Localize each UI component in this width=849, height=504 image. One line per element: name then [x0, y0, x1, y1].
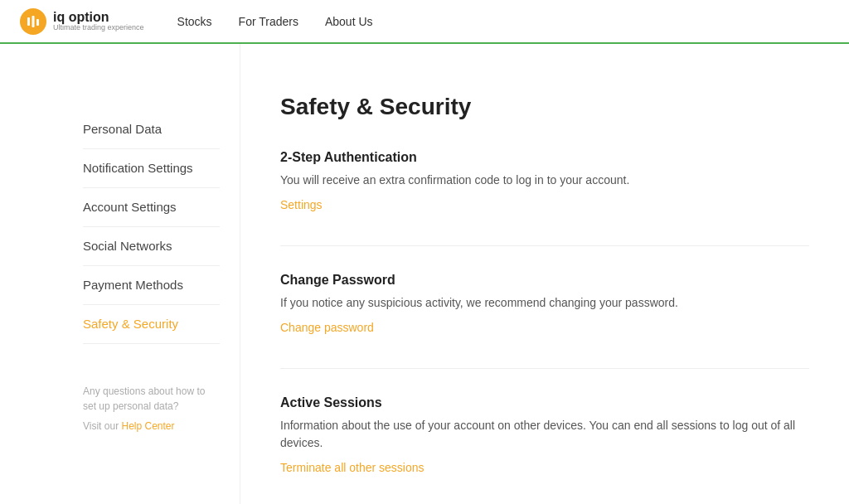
sidebar-item-social-networks[interactable]: Social Networks [83, 227, 220, 266]
change-password-title: Change Password [280, 273, 809, 288]
sidebar-link-payment-methods[interactable]: Payment Methods [83, 278, 183, 292]
active-sessions-description: Information about the use of your accoun… [280, 417, 809, 452]
logo-area: iq option Ultimate trading experience [20, 8, 144, 35]
sidebar-help-text: Any questions about how to set up person… [83, 384, 220, 414]
svg-rect-0 [27, 17, 30, 26]
two-step-description: You will receive an extra confirmation c… [280, 172, 809, 189]
nav-item-traders[interactable]: For Traders [239, 14, 298, 29]
sidebar-link-notification-settings[interactable]: Notification Settings [83, 161, 193, 175]
sidebar-item-safety-security[interactable]: Safety & Security [83, 305, 220, 344]
sidebar-link-personal-data[interactable]: Personal Data [83, 122, 162, 136]
svg-rect-1 [32, 16, 35, 27]
sidebar-link-account-settings[interactable]: Account Settings [83, 200, 177, 214]
terminate-sessions-link[interactable]: Terminate all other sessions [280, 461, 424, 474]
visit-prefix: Visit our [83, 420, 121, 432]
sidebar-link-safety-security[interactable]: Safety & Security [83, 317, 178, 331]
sidebar-help: Any questions about how to set up person… [83, 384, 220, 432]
nav-item-about[interactable]: About Us [325, 14, 373, 29]
logo-text: iq option Ultimate trading experience [53, 10, 144, 32]
nav-link-stocks[interactable]: Stocks [177, 15, 212, 28]
navbar: iq option Ultimate trading experience St… [0, 0, 849, 44]
sidebar: Personal Data Notification Settings Acco… [0, 44, 240, 504]
section-change-password: Change Password If you notice any suspic… [280, 273, 809, 335]
sidebar-item-account-settings[interactable]: Account Settings [83, 188, 220, 227]
sidebar-menu: Personal Data Notification Settings Acco… [83, 110, 220, 344]
sidebar-item-personal-data[interactable]: Personal Data [83, 110, 220, 149]
two-step-settings-link[interactable]: Settings [280, 198, 323, 211]
brand-tagline: Ultimate trading experience [53, 24, 144, 32]
section-two-step: 2-Step Authentication You will receive a… [280, 150, 809, 212]
active-sessions-title: Active Sessions [280, 395, 809, 410]
sidebar-link-social-networks[interactable]: Social Networks [83, 239, 172, 253]
help-center-link[interactable]: Help Center [121, 420, 174, 432]
sidebar-item-notification-settings[interactable]: Notification Settings [83, 149, 220, 188]
nav-item-stocks[interactable]: Stocks [177, 14, 212, 29]
divider-1 [280, 245, 809, 246]
change-password-description: If you notice any suspicious activity, w… [280, 294, 809, 312]
nav-link-about[interactable]: About Us [325, 15, 373, 28]
change-password-link[interactable]: Change password [280, 321, 374, 334]
page-title: Safety & Security [280, 94, 809, 120]
svg-rect-2 [36, 19, 39, 26]
nav-links: Stocks For Traders About Us [177, 14, 373, 29]
sidebar-item-payment-methods[interactable]: Payment Methods [83, 266, 220, 305]
main-content: Safety & Security 2-Step Authentication … [240, 44, 849, 504]
section-active-sessions: Active Sessions Information about the us… [280, 395, 809, 475]
two-step-title: 2-Step Authentication [280, 150, 809, 165]
brand-name: iq option [53, 10, 144, 25]
nav-link-traders[interactable]: For Traders [239, 15, 298, 28]
logo-icon [20, 8, 46, 35]
divider-2 [280, 368, 809, 369]
sidebar-visit-text: Visit our Help Center [83, 420, 220, 432]
main-container: Personal Data Notification Settings Acco… [0, 44, 849, 504]
